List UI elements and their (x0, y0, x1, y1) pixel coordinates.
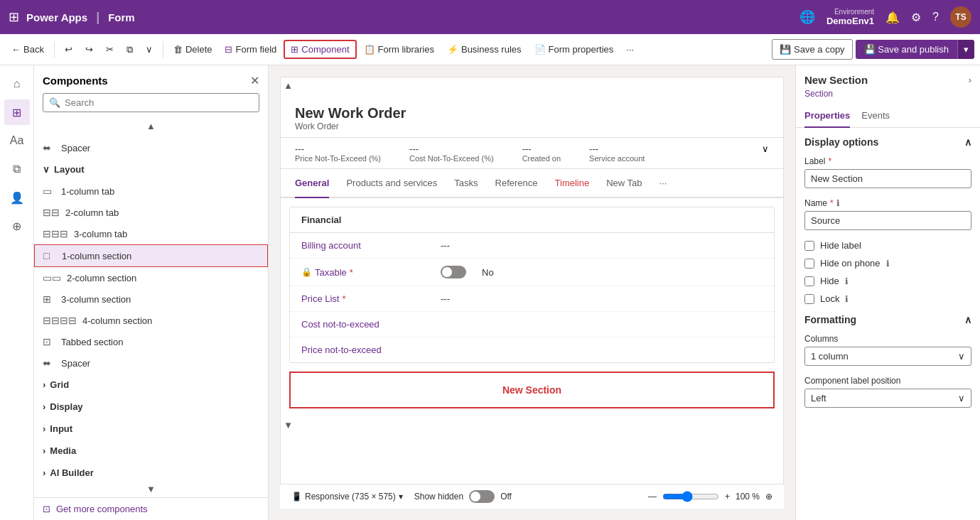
tab-properties[interactable]: Properties (804, 104, 850, 128)
hide-label-checkbox[interactable] (804, 241, 814, 251)
grid-section-header[interactable]: › Grid (34, 374, 268, 396)
zoom-in-icon[interactable]: + (725, 492, 730, 502)
tab-timeline[interactable]: Timeline (555, 169, 590, 198)
formatting-header[interactable]: Formatting ∧ (804, 314, 971, 325)
close-panel-button[interactable]: ✕ (250, 74, 259, 87)
bell-icon[interactable]: 🔔 (885, 11, 900, 24)
sidebar-icon-text[interactable]: Aa (4, 128, 30, 153)
new-section-placeholder[interactable]: New Section (289, 372, 775, 408)
gear-icon[interactable]: ⚙ (911, 11, 921, 24)
save-publish-button[interactable]: 💾 Save and publish (856, 40, 957, 59)
tab-more[interactable]: ··· (659, 178, 667, 188)
financial-section: Financial Billing account --- 🔒 Taxable … (289, 207, 775, 363)
display-section-header[interactable]: › Display (34, 396, 268, 418)
comp-item-tabbed-section[interactable]: ⊡ Tabbed section (34, 331, 268, 352)
tab-reference[interactable]: Reference (495, 169, 538, 198)
tab-products[interactable]: Products and services (346, 169, 437, 198)
display-options-header[interactable]: Display options ∧ (804, 136, 971, 148)
name-field-label: Name * ℹ (804, 198, 971, 208)
help-icon[interactable]: ? (932, 11, 939, 23)
get-more-components[interactable]: ⊡ Get more components (34, 497, 268, 520)
sidebar-icon-components[interactable]: ⊞ (4, 99, 30, 125)
component-label-position-dropdown[interactable]: Left ∨ (804, 389, 971, 408)
form-canvas: ▲ New Work Order Work Order --- Price No… (269, 65, 795, 520)
field-billing-account[interactable]: Billing account --- (290, 233, 774, 259)
more-button[interactable]: ∨ (140, 41, 158, 58)
name-input[interactable] (804, 211, 971, 230)
delete-button[interactable]: 🗑 Delete (168, 41, 218, 58)
show-hidden-toggle-control[interactable] (469, 490, 495, 503)
right-panel-expand-icon[interactable]: › (969, 75, 971, 85)
ai-builder-section-header[interactable]: › AI Builder (34, 462, 268, 481)
tab-tasks[interactable]: Tasks (454, 169, 478, 198)
form-field-button[interactable]: ⊟ Form field (219, 41, 282, 58)
search-box[interactable]: 🔍 (43, 93, 259, 112)
name-info-icon[interactable]: ℹ (836, 198, 840, 208)
sidebar-icon-layers[interactable]: ⧉ (4, 156, 30, 182)
save-publish-dropdown[interactable]: ▾ (957, 40, 974, 59)
field-price-not-exceed[interactable]: Price not-to-exceed (290, 337, 774, 362)
cut-button[interactable]: ✂ (100, 41, 119, 58)
scroll-down[interactable]: ▼ (34, 481, 268, 497)
undo-button[interactable]: ↩ (59, 41, 78, 58)
comp-item-1col-tab[interactable]: ▭ 1-column tab (34, 180, 268, 202)
label-input[interactable] (804, 169, 971, 188)
zoom-target-icon[interactable]: ⊕ (765, 492, 772, 502)
avatar[interactable]: TS (950, 6, 971, 28)
header-chevron[interactable]: ∨ (762, 143, 769, 154)
field-cost-not-exceed[interactable]: Cost not-to-exceed (290, 312, 774, 337)
responsive-button[interactable]: 📱 Responsive (735 × 575) ▾ (291, 492, 403, 502)
components-title: Components (43, 75, 108, 87)
hide-info-icon[interactable]: ℹ (845, 276, 849, 286)
form-properties-button[interactable]: 📄 Form properties (529, 41, 620, 58)
comp-item-2col-section[interactable]: ▭▭ 2-column section (34, 267, 268, 288)
comp-item-spacer-top[interactable]: ⬌ Spacer (34, 137, 268, 158)
hide-on-phone-checkbox[interactable] (804, 259, 814, 269)
sidebar-icon-home[interactable]: ⌂ (4, 71, 30, 97)
hide-checkbox[interactable] (804, 276, 814, 286)
header-field-0: --- Price Not-To-Exceed (%) (295, 143, 381, 163)
business-rules-button[interactable]: ⚡ Business rules (441, 41, 527, 58)
columns-label: Columns (804, 334, 971, 344)
toolbar-divider-2 (163, 41, 163, 58)
zoom-out-icon[interactable]: — (648, 492, 657, 502)
field-price-list[interactable]: Price List * --- (290, 286, 774, 312)
layout-section-header[interactable]: ∨ Layout (34, 158, 268, 180)
hide-on-phone-info-icon[interactable]: ℹ (886, 259, 890, 269)
comp-item-3col-tab[interactable]: ⊟⊟⊟ 3-column tab (34, 223, 268, 244)
input-section-header[interactable]: › Input (34, 418, 268, 440)
zoom-slider[interactable] (662, 491, 719, 502)
tabbed-section-icon: ⊡ (43, 336, 55, 347)
comp-item-spacer-bottom[interactable]: ⬌ Spacer (34, 352, 268, 374)
search-input[interactable] (65, 97, 253, 108)
spacer-icon: ⬌ (43, 142, 55, 153)
comp-item-2col-tab[interactable]: ⊟⊟ 2-column tab (34, 202, 268, 223)
toggle-knob (442, 267, 452, 277)
save-copy-button[interactable]: 💾 Save a copy (772, 39, 853, 60)
columns-chevron-icon: ∨ (958, 351, 965, 362)
form-libraries-button[interactable]: 📋 Form libraries (358, 41, 440, 58)
media-section-header[interactable]: › Media (34, 440, 268, 462)
tab-new[interactable]: New Tab (606, 169, 642, 198)
canvas-scroll-up[interactable]: ▲ (281, 77, 296, 94)
component-button[interactable]: ⊞ Component (284, 40, 356, 59)
canvas-scroll-down[interactable]: ▼ (281, 417, 296, 433)
tab-general[interactable]: General (295, 169, 329, 198)
scroll-up[interactable]: ▲ (34, 118, 268, 134)
tab-events[interactable]: Events (861, 104, 890, 128)
toolbar-more-button[interactable]: ··· (620, 41, 640, 58)
taxable-toggle[interactable] (441, 266, 466, 278)
grid-icon[interactable]: ⊞ (9, 9, 19, 25)
back-button[interactable]: ← Back (6, 41, 50, 58)
redo-button[interactable]: ↪ (80, 41, 99, 58)
copy-button[interactable]: ⧉ (121, 41, 139, 58)
columns-dropdown[interactable]: 1 column ∨ (804, 347, 971, 366)
field-taxable[interactable]: 🔒 Taxable * No (290, 259, 774, 286)
lock-info-icon[interactable]: ℹ (845, 294, 849, 304)
sidebar-icon-people[interactable]: 👤 (4, 185, 30, 210)
comp-item-1col-section[interactable]: □ 1-column section (34, 244, 268, 267)
lock-checkbox[interactable] (804, 294, 814, 304)
comp-item-4col-section[interactable]: ⊟⊟⊟⊟ 4-column section (34, 310, 268, 331)
comp-item-3col-section[interactable]: ⊞ 3-column section (34, 288, 268, 310)
sidebar-icon-data[interactable]: ⊕ (4, 213, 30, 239)
